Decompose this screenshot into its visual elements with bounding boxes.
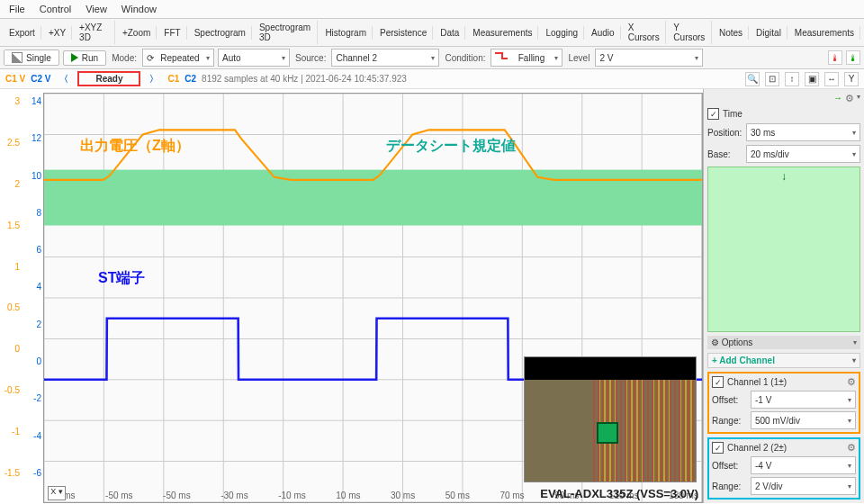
zoom-fit-icon[interactable]: ⊡	[765, 72, 779, 86]
right-panel: → ⚙ ▾ ✓Time Position:30 ms▾ Base:20 ms/d…	[703, 89, 864, 503]
mode-label: Mode:	[112, 53, 137, 63]
ch1-range-dropdown[interactable]: 500 mV/div▾	[751, 411, 856, 429]
control-toolbar: Single Run Mode: ⟳Repeated▾ Auto▾ Source…	[0, 47, 864, 69]
time-checkbox[interactable]: ✓	[707, 108, 719, 120]
base-label: Base:	[707, 149, 743, 159]
tab-bar: Export +XY +XYZ 3D +Zoom FFT Spectrogram…	[0, 19, 864, 47]
temp-icon[interactable]: 🌡	[828, 50, 842, 65]
menu-bar: File Control View Window	[0, 0, 864, 19]
ch2-title: Channel 2 (2±)	[727, 443, 787, 453]
source-label: Source:	[295, 53, 326, 63]
c1-axis-label: C1 V	[5, 74, 25, 84]
menu-window[interactable]: Window	[122, 4, 157, 14]
options-header[interactable]: ⚙ Options▾	[707, 336, 860, 349]
run-arrow-icon[interactable]: →	[833, 93, 842, 104]
status-bar: C1 V C2 V 〈 Ready 〉 C1 C2 8192 samples a…	[0, 69, 864, 89]
tab-logging[interactable]: Logging	[540, 26, 584, 40]
c2-axis-label: C2 V	[31, 74, 50, 84]
tab-audio[interactable]: Audio	[586, 26, 621, 40]
tab-digital[interactable]: Digital	[751, 26, 788, 40]
tab-export[interactable]: Export	[4, 26, 41, 40]
ch1-range-label: Range:	[712, 416, 748, 426]
mode-dropdown[interactable]: ⟳Repeated▾	[142, 49, 214, 67]
ch2-checkbox[interactable]: ✓	[712, 442, 724, 454]
menu-control[interactable]: Control	[40, 4, 71, 14]
single-button[interactable]: Single	[4, 50, 59, 66]
ch1-gear-icon[interactable]: ⚙	[847, 376, 856, 388]
ch2-range-label: Range:	[712, 482, 748, 491]
tab-persistence[interactable]: Persistence	[374, 26, 433, 40]
channel1-panel: ✓Channel 1 (1±)⚙ Offset:-1 V▾ Range:500 …	[707, 372, 860, 434]
tab-ycursors[interactable]: Y Cursors	[668, 21, 712, 44]
level-dropdown[interactable]: 2 V▾	[595, 49, 703, 67]
condition-label: Condition:	[445, 53, 485, 63]
c1-badge: C1	[167, 74, 179, 84]
add-channel-button[interactable]: + Add Channel▾	[707, 353, 860, 368]
panel-collapse-icon[interactable]: ▾	[857, 93, 860, 104]
tab-spectrogram[interactable]: Spectrogram	[189, 26, 252, 40]
snap-icon[interactable]: ▣	[805, 72, 819, 86]
tab-notes[interactable]: Notes	[714, 26, 749, 40]
ch1-checkbox[interactable]: ✓	[712, 376, 724, 388]
falling-edge-icon	[495, 52, 508, 63]
level-label: Level	[568, 53, 590, 63]
tab-xcursors[interactable]: X Cursors	[623, 21, 667, 44]
ch2-offset-label: Offset:	[712, 461, 748, 471]
c2-badge: C2	[184, 74, 196, 84]
temp2-icon[interactable]: 🌡	[846, 50, 860, 65]
spec-band	[44, 170, 702, 226]
tab-measurements2[interactable]: Measurements	[789, 26, 860, 40]
run-button[interactable]: Run	[63, 50, 106, 66]
cursor-icon[interactable]: ↕	[785, 72, 799, 86]
tab-measurements[interactable]: Measurements	[467, 26, 538, 40]
ch2-gear-icon[interactable]: ⚙	[847, 442, 856, 454]
next-button[interactable]: 〉	[146, 73, 162, 86]
tab-zoom[interactable]: +Zoom	[117, 26, 157, 40]
c1-y-axis: 32.521.510.50-0.5-1-1.5	[0, 89, 22, 503]
ch1-offset-label: Offset:	[712, 395, 748, 405]
tab-spectrogram3d[interactable]: Spectrogram 3D	[254, 21, 318, 44]
y-axis-button[interactable]: Y	[844, 72, 859, 86]
play-icon	[71, 53, 78, 62]
ch2-offset-dropdown[interactable]: -4 V▾	[751, 456, 856, 474]
sample-info: 8192 samples at 40 kHz | 2021-06-24 10:4…	[202, 74, 407, 84]
prev-button[interactable]: 〈	[56, 73, 72, 86]
single-icon	[12, 52, 22, 63]
source-dropdown[interactable]: Channel 2▾	[331, 49, 439, 67]
photo-caption: EVAL-ADXL335Z (VSS=3.0V)	[540, 487, 698, 500]
trigger-dropdown[interactable]: Auto▾	[218, 49, 290, 67]
base-dropdown[interactable]: 20 ms/div▾	[746, 145, 860, 163]
position-label: Position:	[707, 128, 743, 138]
ch1-title: Channel 1 (1±)	[727, 377, 787, 387]
ch2-range-dropdown[interactable]: 2 V/div▾	[751, 477, 856, 495]
hardware-photo	[524, 356, 697, 482]
menu-view[interactable]: View	[86, 4, 107, 14]
scope-plot[interactable]: 出力電圧（Z軸） データシート規定値 ST端子 -70 ms-50 ms-50 …	[43, 93, 703, 503]
tab-xyz3d[interactable]: +XYZ 3D	[74, 21, 115, 44]
measure-icon[interactable]: ↔	[824, 72, 839, 86]
time-label: Time	[723, 109, 742, 119]
ch1-offset-dropdown[interactable]: -1 V▾	[751, 391, 856, 409]
x-menu-button[interactable]: X ▾	[48, 486, 66, 500]
c2-y-axis: 14121086420-2-4-6	[22, 89, 43, 503]
position-dropdown[interactable]: 30 ms▾	[746, 123, 860, 141]
scroll-down-button[interactable]	[707, 166, 860, 332]
tab-xy[interactable]: +XY	[43, 26, 72, 40]
menu-file[interactable]: File	[9, 4, 25, 14]
condition-dropdown[interactable]: Falling▾	[490, 49, 562, 67]
tab-histogram[interactable]: Histogram	[320, 26, 373, 40]
tab-data[interactable]: Data	[435, 26, 465, 40]
panel-gear-icon[interactable]: ⚙	[845, 93, 854, 104]
status-ready: Ready	[77, 71, 140, 86]
channel2-panel: ✓Channel 2 (2±)⚙ Offset:-4 V▾ Range:2 V/…	[707, 437, 860, 500]
tab-fft[interactable]: FFT	[158, 26, 186, 40]
zoom-in-icon[interactable]: 🔍	[745, 72, 760, 86]
